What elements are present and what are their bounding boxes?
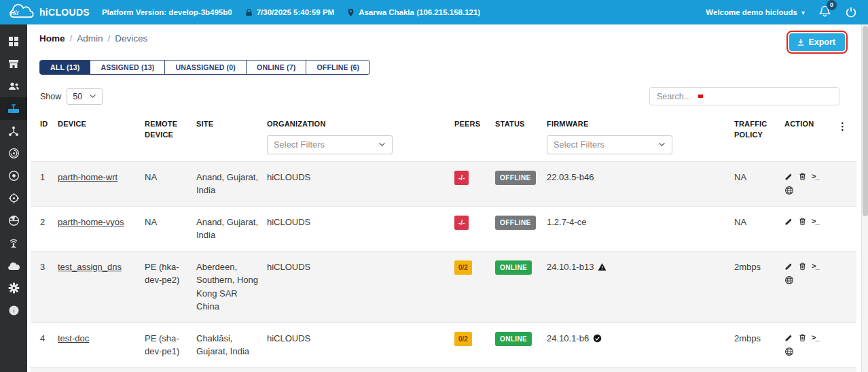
tab-online[interactable]: ONLINE (7) [246, 60, 306, 75]
user-menu[interactable]: Welcome demo hiclouds ▾ [706, 8, 805, 16]
download-icon [797, 38, 805, 46]
peers-badge: 0/2 [454, 260, 472, 275]
tab-assigned[interactable]: ASSIGNED (13) [90, 60, 165, 75]
delete-icon[interactable] [798, 333, 807, 342]
terminal-icon[interactable]: >_ [812, 260, 819, 272]
cell-organization: hiCLOUDS [267, 251, 454, 322]
sidebar-item-users[interactable] [0, 75, 27, 97]
delete-icon[interactable] [798, 262, 807, 271]
sidebar-item-dashboard[interactable] [0, 30, 27, 52]
router-icon [7, 103, 20, 114]
cell-organization: hiCLOUDS [267, 161, 454, 206]
sidebar-item-cloud[interactable] [0, 254, 27, 277]
cell-remote-device: PE (gcp-Mumbai-pe3) [145, 367, 196, 372]
search-input[interactable] [649, 87, 839, 105]
cell-traffic-policy: 2mbps [734, 251, 784, 322]
edit-icon[interactable] [784, 172, 793, 181]
firmware-filter-select[interactable]: Select Filters [547, 135, 672, 154]
table-row: 5 Apex-CE-London-1(HUB) PE (gcp-Mumbai-p… [31, 367, 856, 372]
edit-icon[interactable] [784, 217, 793, 226]
welcome-label: Welcome demo hiclouds [706, 8, 797, 16]
delete-icon[interactable] [798, 217, 807, 226]
firmware-version: 22.03.5-b46 [547, 171, 594, 184]
chevron-down-icon: ▾ [801, 9, 805, 16]
sidebar-item-monitoring[interactable] [0, 142, 27, 165]
breadcrumb-devices[interactable]: Devices [115, 33, 147, 44]
scrollbar-thumb[interactable] [863, 26, 868, 216]
terminal-icon[interactable]: >_ [812, 332, 819, 343]
cell-id: 4 [31, 322, 58, 367]
cell-site: Aberdeen, Southern, Hong Kong SAR China [196, 251, 267, 322]
sidebar-item-settings[interactable] [0, 277, 27, 299]
sidebar-item-tracking[interactable] [0, 187, 27, 209]
device-link[interactable]: test-doc [58, 333, 89, 343]
radar-icon [8, 148, 20, 159]
terminal-icon[interactable]: >_ [812, 216, 819, 227]
device-link[interactable]: test_assign_dns [58, 262, 122, 272]
tab-unassigned[interactable]: UNASSIGNED (0) [164, 60, 247, 75]
terminal-icon[interactable]: >_ [812, 171, 819, 182]
left-sidebar [0, 24, 27, 372]
cell-site: Anand, Gujarat, India [196, 206, 267, 251]
cell-remote-device: PE (hka-dev-pe2) [145, 251, 196, 322]
export-button[interactable]: Export [789, 33, 845, 51]
web-icon[interactable] [784, 186, 794, 195]
breadcrumb-home[interactable]: Home [39, 33, 65, 44]
cell-remote-device: NA [145, 161, 196, 206]
page-size-select[interactable]: 50 [67, 88, 103, 105]
search-control [649, 87, 839, 105]
cell-traffic-policy: NA [734, 206, 784, 251]
delete-icon[interactable] [798, 172, 807, 181]
table-controls: Show 50 [31, 82, 849, 112]
sidebar-item-sites[interactable] [0, 52, 27, 75]
cell-traffic-policy: 2mbps [734, 322, 784, 367]
table-header-row: ID DEVICE REMOTE DEVICE SITE ORGANIZATIO… [31, 112, 856, 161]
chevron-down-icon [89, 94, 96, 99]
status-badge: ONLINE [495, 332, 532, 346]
tab-all[interactable]: ALL (13) [39, 60, 90, 75]
col-peers: PEERS [454, 112, 495, 161]
sidebar-item-sessions[interactable] [0, 165, 27, 187]
col-device: DEVICE [58, 112, 145, 161]
status-badge: ONLINE [495, 260, 532, 275]
status-badge: OFFLINE [495, 171, 536, 185]
location-pin-icon [346, 8, 355, 17]
cell-id: 5 [31, 367, 58, 372]
device-link[interactable]: parth-home-wrt [58, 172, 117, 182]
notifications-button[interactable]: 0 [818, 5, 831, 20]
vertical-scrollbar[interactable] [861, 24, 868, 372]
tab-offline[interactable]: OFFLINE (6) [306, 60, 370, 75]
col-site: SITE [196, 112, 267, 161]
column-options-kebab-icon[interactable]: ⋮ [837, 120, 848, 132]
device-link[interactable]: parth-home-vyos [58, 217, 124, 227]
app-logo-name: hiCLOUDS [39, 7, 90, 18]
platform-version-label: Platform Version: develop-3b495b0 [102, 8, 232, 16]
sidebar-item-network[interactable] [0, 209, 27, 232]
edit-icon[interactable] [784, 262, 793, 271]
info-icon [8, 305, 20, 316]
breadcrumb-admin[interactable]: Admin [77, 33, 103, 44]
sidebar-item-info[interactable] [0, 299, 27, 322]
cell-remote-device: NA [145, 206, 196, 251]
app-logo[interactable]: hiCLOUDS [7, 3, 90, 21]
disc-icon [8, 170, 20, 182]
sidebar-item-topology[interactable] [0, 120, 27, 142]
sidebar-item-devices[interactable] [0, 97, 27, 120]
table-row: 3 test_assign_dns PE (hka-dev-pe2) Aberd… [31, 251, 856, 322]
table-row: 4 test-doc PE (sha-dev-pe1) Chaklāsi, Gu… [31, 322, 856, 367]
web-icon[interactable] [784, 275, 794, 285]
edit-icon[interactable] [784, 333, 793, 342]
sitemap-icon [8, 126, 19, 137]
col-organization-label: ORGANIZATION [267, 120, 326, 128]
notification-count-badge: 0 [827, 0, 837, 10]
col-traffic-policy: TRAFFIC POLICY [734, 112, 784, 161]
header-left: hiCLOUDS Platform Version: develop-3b495… [0, 3, 480, 21]
verified-icon [593, 334, 602, 343]
warning-icon [598, 263, 607, 271]
page-size-value: 50 [73, 92, 82, 101]
power-logout-button[interactable] [845, 6, 857, 18]
cell-site: Chaklāsi, Gujarat, India [196, 322, 267, 367]
sidebar-item-wireless[interactable] [0, 232, 27, 254]
organization-filter-select[interactable]: Select Filters [267, 135, 393, 154]
web-icon[interactable] [784, 347, 794, 356]
